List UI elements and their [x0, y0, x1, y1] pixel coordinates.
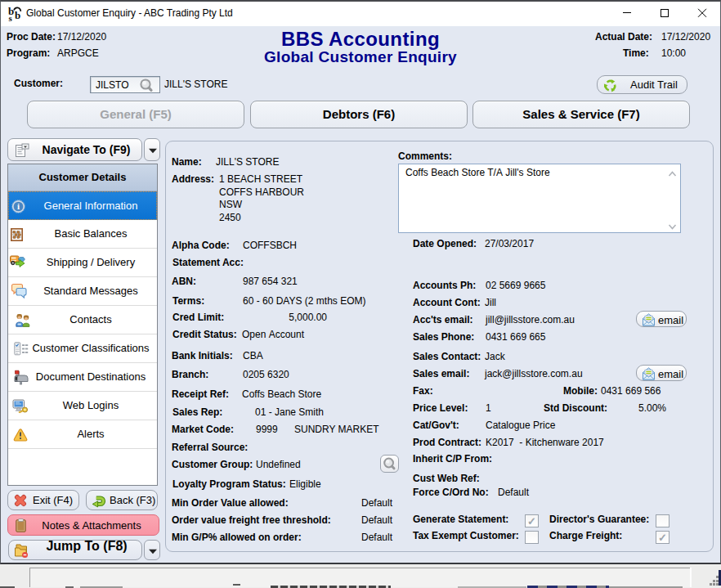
- svg-text:i: i: [17, 201, 20, 211]
